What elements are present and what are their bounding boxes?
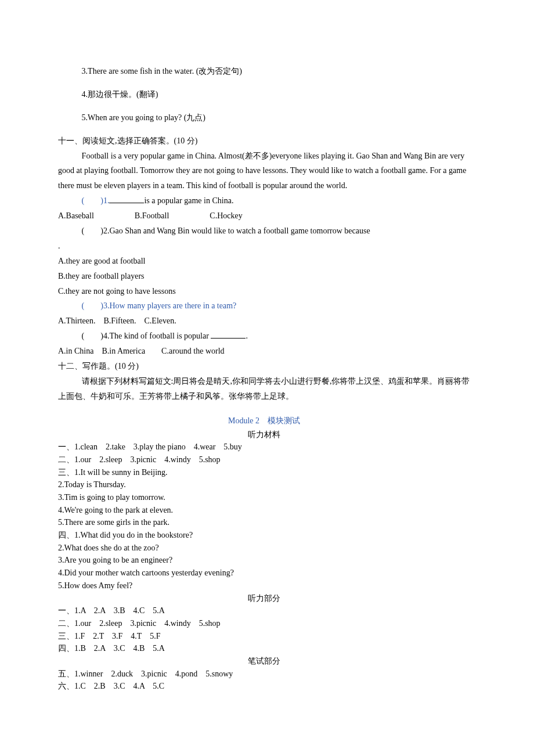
ans-b4: 四、1.B 2.A 3.C 4.B 5.A [58, 642, 470, 655]
answers-title: Module 2 模块测试 [58, 413, 470, 429]
answers-sub2: 听力部分 [58, 592, 470, 605]
sec11-q2: ( )2.Gao Shan and Wang Bin would like to… [58, 224, 470, 239]
ans-b3: 三、1.F 2.T 3.F 4.T 5.F [58, 630, 470, 643]
q4-blank[interactable] [211, 331, 246, 339]
sec11-q4: ( )4.The kind of football is popular . [58, 329, 470, 344]
ans-b1: 一、1.A 2.A 3.B 4.C 5.A [58, 604, 470, 617]
answers-sub3: 笔试部分 [58, 655, 470, 668]
sec11-q3-opts: A.Thirteen. B.Fifteen. C.Eleven. [58, 314, 470, 329]
answer-line-5[interactable] [58, 125, 470, 134]
sec11-q1: ( )1.is a popular game in China. [58, 193, 470, 208]
sec11-q1-opts: A.Baseball B.Football C.Hockey [58, 208, 470, 224]
q10-5: 5.When are you going to play? (九点) [58, 110, 470, 125]
q4-text: ( )4.The kind of football is popular [82, 332, 211, 340]
q1-text: is a popular game in China. [144, 196, 233, 205]
paren-blank-1[interactable]: ( )1. [82, 196, 110, 205]
ans-4-2: 2.What does she do at the zoo? [58, 542, 470, 555]
sec11-q2c: C.they are not going to have lessons [58, 284, 470, 299]
ans-1: 一、1.clean 2.take 3.play the piano 4.wear… [58, 441, 470, 453]
q1-blank[interactable] [109, 196, 144, 204]
exam-page: 3.There are some fish in the water. (改为否… [0, 0, 534, 728]
ans-4-4: 4.Did your mother watch cartoons yesterd… [58, 567, 470, 579]
ans-c2: 六、1.C 2.B 3.C 4.A 5.C [58, 680, 470, 693]
ans-4-3: 3.Are you going to be an engineer? [58, 554, 470, 567]
q2-dot: . [58, 239, 470, 254]
q2-text: ( )2.Gao Shan and Wang Bin would like to… [82, 226, 373, 235]
ans-2: 二、1.our 2.sleep 3.picnic 4.windy 5.shop [58, 453, 470, 466]
writing-line[interactable] [58, 404, 470, 412]
answers-sub1: 听力材料 [58, 429, 470, 441]
ans-3-4: 4.We're going to the park at eleven. [58, 504, 470, 517]
sec11-q2a: A.they are good at football [58, 254, 470, 269]
ans-3: 三、1.It will be sunny in Beijing. [58, 466, 470, 479]
sec12-title: 十二、写作题。(10 分) [58, 359, 470, 374]
ans-c1: 五、1.winner 2.duck 3.picnic 4.pond 5.snow… [58, 668, 470, 681]
answer-line-4[interactable] [58, 102, 470, 110]
ans-4: 四、1.What did you do in the bookstore? [58, 529, 470, 542]
sec12-prompt: 请根据下列材料写篇短文:周日将会是晴天,你和同学将去小山进行野餐,你将带上汉堡、… [58, 374, 470, 404]
ans-3-5: 5.There are some girls in the park. [58, 516, 470, 529]
sec11-q2b: B.they are football players [58, 269, 470, 284]
ans-3-2: 2.Today is Thursday. [58, 478, 470, 491]
ans-4-5: 5.How does Amy feel? [58, 579, 470, 592]
sec11-q4-opts: A.in China B.in America C.around the wor… [58, 344, 470, 359]
ans-b2: 二、1.our 2.sleep 3.picnic 4.windy 5.shop [58, 617, 470, 630]
q4-post: . [246, 332, 248, 340]
answer-line-3[interactable] [58, 79, 470, 87]
paren-blank-3[interactable]: ( )3.How many players are there in a tea… [82, 301, 237, 310]
q10-3: 3.There are some fish in the water. (改为否… [58, 64, 470, 79]
sec11-passage: Football is a very popular game in China… [58, 149, 470, 194]
sec11-q3: ( )3.How many players are there in a tea… [58, 298, 470, 314]
sec11-title: 十一、阅读短文,选择正确答案。(10 分) [58, 134, 470, 149]
q10-4: 4.那边很干燥。(翻译) [58, 87, 470, 102]
ans-3-3: 3.Tim is going to play tomorrow. [58, 491, 470, 504]
